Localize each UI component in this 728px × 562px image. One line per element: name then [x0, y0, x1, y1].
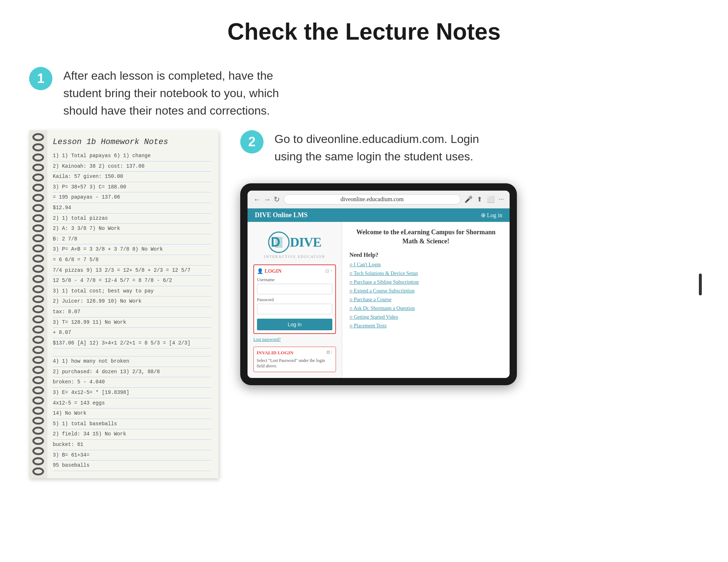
- step-2-badge: 2: [240, 130, 264, 154]
- address-bar[interactable]: diveonline.educadium.com: [284, 194, 461, 204]
- login-panel: D DIVE INTERACTIVE EDUCATION: [248, 222, 342, 378]
- more-icon: ···: [499, 196, 504, 203]
- spiral-ring: [32, 437, 44, 445]
- notebook-line: = 195 papayas - 137.06: [53, 192, 211, 203]
- need-help-title: Need Help?: [349, 252, 502, 258]
- step-2-text: Go to diveonline.educadium.com. Login us…: [274, 130, 493, 165]
- notebook-line: 2) Kainoah: 38 2) cost: 137.06: [53, 162, 211, 172]
- browser-chrome: ← → ↻ diveonline.educadium.com 🎤 ⬆ ⬜ ···: [248, 191, 510, 208]
- lms-login-link[interactable]: ⊕ Log in: [481, 212, 502, 219]
- notebook-line: bucket: 61: [53, 440, 211, 450]
- invalid-login-controls: ⊡ ↑: [327, 350, 333, 356]
- spiral-ring: [32, 234, 44, 242]
- spiral-ring: [32, 427, 44, 435]
- step-1-text: After each lesson is completed, have the…: [63, 67, 282, 119]
- spiral-ring: [32, 417, 44, 425]
- share-icon: ⬆: [477, 195, 482, 203]
- spiral-ring: [32, 305, 44, 313]
- login-box-title: 👤 LOGIN: [257, 268, 282, 274]
- spiral-ring: [32, 194, 44, 202]
- help-link-item[interactable]: Extend a Course Subscription: [349, 288, 502, 294]
- notebook-line: 2) A: 3 3/8 7) No Work: [53, 224, 211, 234]
- spiral-ring: [32, 285, 44, 293]
- notebook-line: $137.06 [A] 12) 3+4+1 2/2+1 = 8 5/3 = [4…: [53, 338, 211, 349]
- mic-icon: 🎤: [464, 195, 472, 203]
- spiral-ring: [32, 275, 44, 283]
- step-1-row: 1 After each lesson is completed, have t…: [29, 67, 699, 119]
- spiral-ring: [32, 224, 44, 232]
- login-box-header: 👤 LOGIN ⊡ ↑: [257, 268, 332, 274]
- password-label: Password: [257, 297, 332, 303]
- spiral-ring: [32, 204, 44, 212]
- dive-logo-subtitle: INTERACTIVE EDUCATION: [253, 255, 336, 259]
- notebook-line: [53, 348, 211, 356]
- spiral-ring: [32, 376, 44, 384]
- notebook-line: 3) P= 38+57 3) C= 188.00: [53, 182, 211, 193]
- lost-password-link[interactable]: Lost password?: [253, 337, 336, 342]
- spiral-ring: [32, 164, 44, 172]
- notebook-line: 14) No Work: [53, 408, 211, 419]
- info-panel: Welcome to the eLearning Campus for Shor…: [342, 222, 510, 378]
- spiral-ring: [32, 447, 44, 455]
- spiral-ring: [32, 244, 44, 252]
- invalid-login-header: INVALID LOGIN ⊡ ↑: [257, 350, 333, 356]
- notebook-lines: 1) 1) Total papayas 6) 1) change 2) Kain…: [53, 151, 211, 471]
- back-button[interactable]: ←: [253, 195, 261, 204]
- browser-nav: ← → ↻: [253, 195, 280, 204]
- help-link-item[interactable]: Placement Tests: [349, 323, 502, 329]
- spiral-ring: [32, 336, 44, 344]
- spiral-ring: [32, 396, 44, 404]
- notebook-title: Lesson 1b Homework Notes: [53, 137, 211, 147]
- spiral-ring: [32, 265, 44, 273]
- help-link-item[interactable]: Ask Dr. Shormann a Question: [349, 306, 502, 311]
- spiral-ring: [32, 154, 44, 162]
- spiral-ring: [32, 326, 44, 334]
- lms-body: D DIVE INTERACTIVE EDUCATION: [248, 222, 510, 378]
- spiral-ring: [32, 184, 44, 192]
- notebook-line: 1) 1) Total papayas 6) 1) change: [53, 151, 211, 162]
- invalid-login-box: INVALID LOGIN ⊡ ↑ Select "Lost Password"…: [253, 347, 336, 372]
- notebook-line: 7/4 pizzas 9) 13 2/3 = 12+ 5/8 + 2/3 = 1…: [53, 266, 211, 276]
- notebook-line: 4x12-5 = 143 eggs: [53, 398, 211, 409]
- notebook-line: + 8.07: [53, 328, 211, 338]
- notebook-line: 95 baseballs: [53, 461, 211, 471]
- forward-button[interactable]: →: [264, 195, 271, 204]
- tablet-wrapper: ← → ↻ diveonline.educadium.com 🎤 ⬆ ⬜ ···: [240, 183, 699, 385]
- right-content: 2 Go to diveonline.educadium.com. Login …: [240, 130, 699, 385]
- help-link-item[interactable]: I Can't Login: [349, 262, 502, 268]
- browser-icons: 🎤 ⬆ ⬜ ···: [464, 195, 504, 203]
- notebook-line: B: 2 7/8: [53, 234, 211, 245]
- notebook-content: Lesson 1b Homework Notes 1) 1) Total pap…: [49, 130, 218, 478]
- help-link-item[interactable]: Purchase a Sibling Subscription: [349, 279, 502, 285]
- spiral-ring: [32, 366, 44, 374]
- notebook-line: 2) 1) total pizzas: [53, 214, 211, 224]
- notebook-line: 2) field: 34 15) No Work: [53, 429, 211, 440]
- spiral-ring: [32, 295, 44, 303]
- spiral-ring: [32, 214, 44, 222]
- refresh-button[interactable]: ↻: [274, 195, 280, 204]
- notebook-line: 3) B= 61+34=: [53, 450, 211, 461]
- person-icon: 👤: [257, 268, 263, 274]
- username-input[interactable]: [257, 284, 332, 294]
- help-link-item[interactable]: Purchase a Course: [349, 297, 502, 303]
- login-box: 👤 LOGIN ⊡ ↑ Username Password: [253, 264, 336, 334]
- help-link-item[interactable]: Tech Solutions & Device Setup: [349, 271, 502, 276]
- tablet-screen: ← → ↻ diveonline.educadium.com 🎤 ⬆ ⬜ ···: [248, 191, 510, 378]
- dive-logo-icon: D: [268, 231, 290, 253]
- spiral-ring: [32, 315, 44, 323]
- login-button[interactable]: Log in: [257, 319, 332, 330]
- tablet-device: ← → ↻ diveonline.educadium.com 🎤 ⬆ ⬜ ···: [240, 183, 517, 385]
- step-2-row: 2 Go to diveonline.educadium.com. Login …: [240, 130, 699, 165]
- spiral-ring: [32, 174, 44, 182]
- svg-text:D: D: [271, 235, 280, 250]
- spiral-ring: [32, 407, 44, 415]
- notebook-line: tax: 8.07: [53, 307, 211, 318]
- notebook-line: 3) 1) total cost; best way to pay: [53, 286, 211, 297]
- lms-topbar: DIVE Online LMS ⊕ Log in: [248, 208, 510, 222]
- notebook-line: 12 5/8 - 4 7/8 = 12-4 5/7 = 8 7/8 - 6/2: [53, 276, 211, 286]
- password-input[interactable]: [257, 304, 332, 314]
- help-link-item[interactable]: Getting Started Video: [349, 314, 502, 320]
- notebook-line: 5) 1) total baseballs: [53, 419, 211, 430]
- spiral-ring: [32, 457, 44, 465]
- tablet-side-handle: [699, 274, 702, 295]
